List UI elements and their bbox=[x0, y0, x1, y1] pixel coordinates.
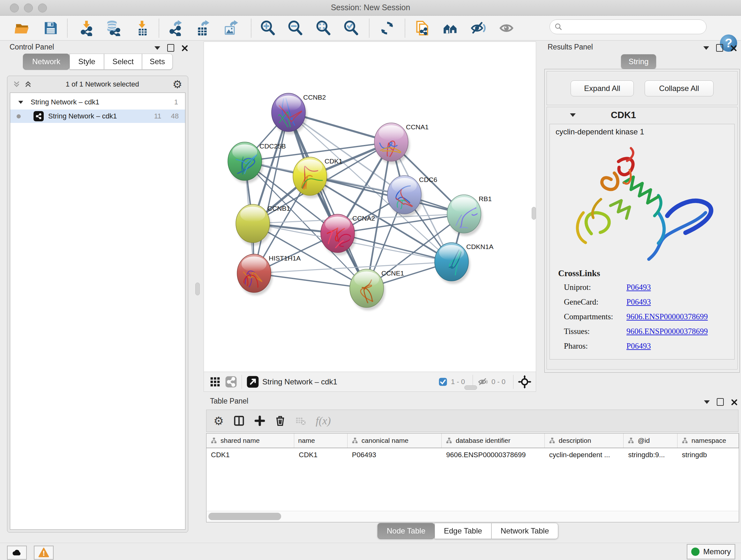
export-image-icon[interactable] bbox=[223, 20, 239, 36]
table-cell[interactable]: stringdb:9... bbox=[623, 448, 677, 462]
float-panel-icon[interactable] bbox=[716, 44, 723, 52]
zoom-fit-icon[interactable] bbox=[315, 20, 331, 36]
network-node-CCNA1[interactable]: CCNA1 bbox=[374, 123, 428, 164]
crosslink-link[interactable]: 9606.ENSP00000378699 bbox=[626, 327, 708, 336]
network-node-CDC6[interactable]: CDC6 bbox=[387, 176, 437, 217]
selected-count-checkbox-icon[interactable] bbox=[438, 377, 448, 387]
column-header-namespace[interactable]: namespace bbox=[677, 434, 739, 448]
crosslink-link[interactable]: 9606.ENSP00000378699 bbox=[626, 312, 708, 321]
network-options-gear-icon[interactable]: ⚙ bbox=[173, 78, 182, 91]
float-panel-icon[interactable] bbox=[717, 398, 724, 406]
zoom-selected-icon[interactable] bbox=[343, 20, 359, 36]
tab-sets[interactable]: Sets bbox=[142, 54, 173, 70]
column-header-canonical-name[interactable]: canonical name bbox=[347, 434, 442, 448]
memory-button[interactable]: Memory bbox=[687, 544, 735, 559]
open-session-icon[interactable] bbox=[14, 20, 30, 36]
table-cell[interactable]: CDK1 bbox=[206, 448, 294, 462]
crosslink-link[interactable]: P06493 bbox=[626, 283, 651, 292]
network-node-CCNE1[interactable]: CCNE1 bbox=[350, 269, 404, 310]
hide-selected-icon[interactable] bbox=[470, 20, 486, 36]
table-row[interactable]: CDK1CDK1P064939606.ENSP00000378699cyclin… bbox=[206, 448, 739, 462]
network-list: String Network – cdk1 1 String Network –… bbox=[10, 92, 185, 530]
network-node-CCNA2[interactable]: CCNA2 bbox=[321, 214, 375, 258]
column-header-description[interactable]: description bbox=[545, 434, 624, 448]
table-cell[interactable]: CDK1 bbox=[294, 448, 347, 462]
tab-network[interactable]: Network bbox=[23, 54, 70, 70]
column-header-database-identifier[interactable]: database identifier bbox=[442, 434, 545, 448]
network-edge-CCNB2-CCNE1[interactable] bbox=[288, 112, 367, 288]
network-row-selected[interactable]: String Network – cdk1 11 48 bbox=[10, 110, 185, 123]
save-session-icon[interactable] bbox=[43, 20, 59, 36]
panel-menu-icon[interactable] bbox=[154, 46, 160, 50]
panel-menu-icon[interactable] bbox=[703, 46, 709, 50]
panel-menu-icon[interactable] bbox=[704, 400, 710, 404]
zoom-out-icon[interactable] bbox=[287, 20, 303, 36]
gene-section-header[interactable]: CDK1 bbox=[547, 107, 737, 123]
expand-all-button[interactable]: Expand All bbox=[570, 80, 634, 97]
import-network-icon[interactable] bbox=[78, 20, 94, 36]
network-node-CCNB2[interactable]: CCNB2 bbox=[272, 93, 326, 134]
first-neighbors-icon[interactable] bbox=[442, 20, 458, 36]
export-network-icon[interactable] bbox=[167, 20, 183, 36]
column-header-name[interactable]: name bbox=[294, 434, 347, 448]
network-node-CDKN1A[interactable]: CDKN1A bbox=[434, 243, 493, 284]
create-column-icon[interactable] bbox=[254, 415, 265, 426]
network-node-RB1[interactable]: RB1 bbox=[447, 195, 492, 236]
bottom-splitter-handle[interactable] bbox=[464, 385, 477, 390]
expand-all-icon[interactable] bbox=[24, 80, 32, 88]
search-input[interactable] bbox=[565, 22, 706, 31]
column-header-shared-name[interactable]: shared name bbox=[206, 434, 294, 448]
new-network-from-selection-icon[interactable] bbox=[414, 20, 430, 36]
network-node-HIST1H1A[interactable]: HIST1H1A bbox=[237, 254, 300, 295]
column-header-label: @id bbox=[637, 437, 650, 444]
node-label: RB1 bbox=[479, 195, 492, 202]
crosslink-link[interactable]: P06493 bbox=[626, 341, 651, 351]
detach-view-icon[interactable] bbox=[246, 375, 259, 388]
table-cell[interactable]: cyclin-dependent ... bbox=[545, 448, 624, 462]
tab-string[interactable]: String bbox=[621, 54, 656, 69]
refresh-icon[interactable] bbox=[379, 20, 395, 36]
delete-table-icon-disabled bbox=[295, 415, 306, 426]
cloud-status-button[interactable] bbox=[7, 546, 27, 560]
show-columns-icon[interactable] bbox=[233, 415, 245, 427]
network-share-view-icon[interactable] bbox=[225, 376, 237, 388]
tab-edge-table[interactable]: Edge Table bbox=[434, 523, 491, 539]
delete-column-icon[interactable] bbox=[275, 415, 286, 426]
table-horizontal-scrollbar[interactable] bbox=[206, 511, 739, 522]
show-all-icon[interactable] bbox=[498, 20, 515, 36]
close-panel-icon[interactable] bbox=[731, 399, 737, 405]
collapse-all-icon[interactable] bbox=[12, 80, 21, 88]
crosslink-link[interactable]: P06493 bbox=[626, 298, 651, 307]
left-splitter-handle[interactable] bbox=[195, 283, 200, 295]
tab-style[interactable]: Style bbox=[70, 54, 104, 70]
import-table-icon[interactable] bbox=[134, 20, 150, 36]
section-expander-icon[interactable] bbox=[570, 113, 576, 117]
memory-label: Memory bbox=[703, 547, 731, 556]
scrollbar-thumb[interactable] bbox=[208, 513, 281, 520]
float-panel-icon[interactable] bbox=[167, 44, 174, 52]
close-panel-icon[interactable] bbox=[181, 45, 188, 51]
right-splitter-handle[interactable] bbox=[532, 207, 536, 220]
table-options-gear-icon[interactable]: ⚙ bbox=[213, 415, 224, 428]
table-cell[interactable]: stringdb bbox=[677, 448, 739, 462]
warnings-button[interactable] bbox=[34, 546, 54, 560]
grid-view-icon[interactable] bbox=[209, 376, 221, 388]
collapse-all-button[interactable]: Collapse All bbox=[645, 80, 714, 97]
zoom-in-icon[interactable] bbox=[260, 20, 276, 36]
column-header--id[interactable]: @id bbox=[623, 434, 677, 448]
table-cell[interactable]: 9606.ENSP00000378699 bbox=[442, 448, 545, 462]
export-table-icon[interactable] bbox=[195, 20, 211, 36]
hidden-count-eye-icon[interactable] bbox=[477, 376, 488, 387]
tab-network-table[interactable]: Network Table bbox=[491, 523, 558, 539]
tab-select[interactable]: Select bbox=[104, 54, 142, 70]
network-canvas[interactable]: CCNB2CCNA1CDC25BCDK1CDC6RB1CCNB1CCNA2CDK… bbox=[204, 42, 536, 372]
tab-node-table[interactable]: Node Table bbox=[378, 523, 434, 539]
birds-eye-crosshair-icon[interactable] bbox=[518, 375, 531, 388]
table-cell[interactable]: P06493 bbox=[347, 448, 442, 462]
toolbar-separator bbox=[242, 375, 242, 389]
import-database-icon[interactable] bbox=[105, 20, 121, 36]
collection-expander-icon[interactable] bbox=[18, 101, 23, 104]
close-panel-icon[interactable] bbox=[730, 45, 737, 51]
network-edge-CCNB2-HIST1H1A[interactable] bbox=[254, 112, 288, 273]
network-collection-row[interactable]: String Network – cdk1 1 bbox=[10, 96, 185, 109]
